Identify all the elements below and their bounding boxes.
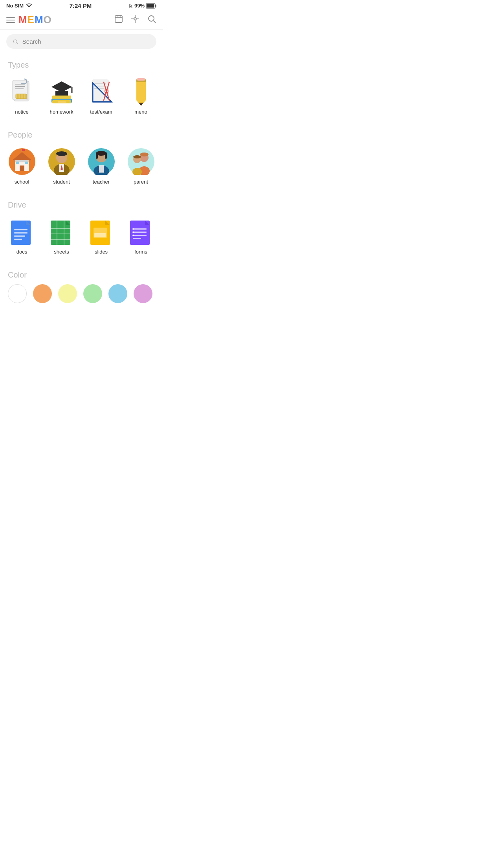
svg-rect-101 (133, 232, 147, 233)
slides-icon-wrapper (87, 217, 116, 246)
docs-item[interactable]: docs (4, 214, 40, 258)
slides-label: slides (95, 249, 108, 255)
meno-icon (133, 77, 149, 106)
forms-label: forms (134, 249, 147, 255)
svg-rect-44 (136, 80, 146, 100)
color-white[interactable] (8, 284, 27, 303)
svg-point-106 (132, 235, 134, 236)
drive-grid: docs sheets (0, 214, 163, 258)
notice-item[interactable]: notice (4, 74, 40, 118)
search-input[interactable] (22, 38, 150, 45)
main-content: Types (0, 53, 163, 320)
svg-point-105 (132, 232, 134, 233)
exam-item[interactable]: test/exam (83, 74, 119, 118)
school-icon (9, 148, 35, 175)
svg-rect-58 (22, 149, 25, 151)
color-section: Color (0, 267, 163, 303)
people-grid: school (0, 144, 163, 188)
meno-label: meno (134, 109, 147, 115)
student-icon-wrapper (48, 147, 76, 176)
color-orange[interactable] (33, 284, 52, 303)
battery-percent: 99% (134, 3, 145, 9)
svg-rect-46 (137, 78, 145, 81)
svg-point-64 (56, 151, 67, 156)
search-bar[interactable] (6, 34, 156, 49)
menu-button[interactable] (6, 17, 15, 23)
battery-icon (146, 3, 156, 9)
svg-point-14 (13, 40, 17, 43)
people-section-title: People (0, 127, 163, 144)
svg-rect-34 (58, 101, 66, 103)
notice-icon-wrapper (8, 77, 36, 106)
svg-point-12 (149, 16, 154, 21)
svg-point-76 (140, 153, 149, 156)
school-item[interactable]: school (4, 144, 40, 188)
status-right: 99% (129, 3, 156, 9)
search-bar-icon (13, 39, 18, 45)
slides-icon (90, 217, 113, 246)
types-section: Types (0, 57, 163, 118)
svg-rect-83 (14, 229, 28, 230)
filter-button[interactable] (130, 14, 140, 26)
search-button[interactable] (147, 14, 156, 26)
sheets-item[interactable]: sheets (44, 214, 79, 258)
parent-icon-wrapper (127, 147, 155, 176)
drive-section: Drive (0, 197, 163, 258)
meno-item[interactable]: meno (123, 74, 159, 118)
status-bar: No SIM 7:24 PM 99% (0, 0, 163, 11)
meno-icon-wrapper (127, 77, 155, 106)
docs-label: docs (17, 249, 27, 255)
svg-point-104 (132, 228, 134, 230)
teacher-item[interactable]: teacher (83, 144, 119, 188)
calendar-button[interactable] (114, 14, 123, 26)
forms-item[interactable]: forms (123, 214, 159, 258)
time-display: 7:24 PM (70, 2, 92, 9)
svg-rect-54 (16, 162, 19, 164)
forms-icon (129, 217, 153, 246)
exam-icon (89, 78, 114, 105)
svg-rect-97 (94, 233, 106, 237)
types-grid: notice (0, 74, 163, 118)
wifi-icon (26, 4, 32, 8)
color-yellow[interactable] (58, 284, 77, 303)
homework-label: homework (50, 109, 73, 115)
status-left: No SIM (6, 3, 32, 9)
parent-label: parent (134, 179, 148, 185)
docs-icon-wrapper (8, 217, 36, 246)
svg-rect-3 (115, 16, 122, 22)
sheets-label: sheets (54, 249, 69, 255)
slides-item[interactable]: slides (83, 214, 119, 258)
header-left: MEMO (6, 14, 52, 26)
notice-label: notice (15, 109, 29, 115)
notice-icon (9, 78, 35, 105)
svg-rect-2 (155, 5, 156, 7)
svg-rect-55 (25, 162, 28, 164)
svg-line-15 (17, 42, 18, 44)
drive-section-title: Drive (0, 197, 163, 214)
carrier-text: No SIM (6, 3, 24, 9)
bluetooth-icon (129, 3, 133, 9)
svg-rect-86 (14, 239, 22, 240)
color-purple[interactable] (134, 284, 152, 303)
color-section-title: Color (0, 267, 163, 284)
app-header: MEMO (0, 11, 163, 29)
svg-point-79 (133, 155, 141, 158)
svg-rect-102 (133, 235, 147, 236)
school-label: school (15, 179, 29, 185)
header-icons (114, 14, 156, 26)
app-logo: MEMO (18, 14, 52, 26)
student-icon (48, 148, 75, 175)
sheets-icon (50, 217, 73, 246)
search-container (0, 29, 163, 53)
svg-rect-72 (105, 153, 107, 159)
student-item[interactable]: student (44, 144, 79, 188)
svg-line-13 (154, 20, 156, 23)
color-green[interactable] (83, 284, 102, 303)
teacher-icon (88, 148, 115, 175)
teacher-label: teacher (93, 179, 110, 185)
parent-item[interactable]: parent (123, 144, 159, 188)
homework-item[interactable]: homework (44, 74, 79, 118)
svg-rect-85 (14, 235, 25, 237)
svg-rect-1 (147, 4, 154, 7)
color-blue[interactable] (108, 284, 127, 303)
